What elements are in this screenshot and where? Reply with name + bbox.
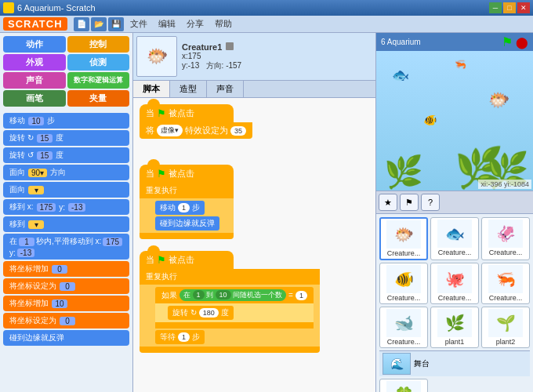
right-panel: 6 Aquarium ⚑ ⬤ 🌿 🌿 🌿 🐟 🐡 🐠 🦐 xi:-396 yi:… [376, 33, 533, 392]
cat-pen[interactable]: 画笔 [3, 90, 66, 107]
sprite-thumb-0: 🐡 [386, 220, 421, 249]
window-title: 6 Aquarium- Scratch [17, 3, 96, 13]
blocks-list: 移动 10 步 旋转 ↻ 15 度 旋转 ↺ 15 度 面向 90▾ 方向 面向… [0, 110, 132, 392]
if-block-wrapper: 如果 在 1 到 10 间随机选一个数 = 1 旋转 ↻ 180 度 等 [140, 285, 320, 347]
cat-sound[interactable]: 声音 [3, 72, 66, 89]
block-set-x[interactable]: 将坐标设定为 0 [3, 278, 129, 294]
maximize-button[interactable]: □ [503, 2, 516, 13]
lock-icon [226, 42, 234, 50]
sprite-item-7[interactable]: 🌿 plant1 [430, 307, 479, 348]
fish-4: 🦐 [455, 59, 466, 70]
cat-variables[interactable]: 夹量 [67, 90, 130, 107]
tab-sounds[interactable]: 声音 [207, 81, 244, 97]
sprite-item-1[interactable]: 🐟 Creature... [430, 217, 479, 260]
forever-block-3[interactable]: 重复执行 [140, 269, 320, 285]
aquarium-background: 🌿 🌿 🌿 🐟 🐡 🐠 🦐 xi:-396 yi:-1084 [376, 51, 533, 191]
go-button[interactable]: ⚑ [502, 34, 513, 49]
sprite-item-6[interactable]: 🐋 Creature... [379, 307, 428, 348]
sprite-item-5[interactable]: 🦐 Creature... [481, 263, 530, 304]
sprite-thumb-7: 🌿 [437, 309, 472, 337]
cat-sensing[interactable]: 侦测 [67, 54, 130, 71]
sprite-item-4[interactable]: 🐙 Creature... [430, 263, 479, 304]
sprite-label-3: Creature... [382, 294, 426, 302]
cat-control[interactable]: 控制 [67, 36, 130, 53]
block-turn-left[interactable]: 旋转 ↺ 15 度 [3, 147, 129, 163]
block-moveto[interactable]: 移到 x: 175 y: -13 [3, 199, 129, 215]
cat-operators[interactable]: 数字和逻辑运算 [67, 72, 130, 89]
tool-star[interactable]: ★ [379, 194, 397, 211]
block-moveto-sprite[interactable]: 移到 ▾ [3, 216, 129, 232]
block-set-y[interactable]: 将坐标设定为 0 [3, 313, 129, 328]
tab-costumes[interactable]: 造型 [170, 81, 207, 97]
sprite-item-0[interactable]: 🐡 Creature... [379, 217, 428, 260]
sprite-label-4: Creature... [433, 294, 477, 302]
sprite-name: Creature1 [182, 42, 222, 52]
sprite-label-7: plant1 [433, 338, 477, 346]
sprite-item-9[interactable]: 🍀 plant3 [379, 379, 428, 392]
new-file-icon[interactable]: 📄 [74, 17, 89, 31]
cat-looks[interactable]: 外观 [3, 54, 66, 71]
wait-block[interactable]: 等待 1 步 [155, 330, 205, 344]
if-inner: 旋转 ↻ 180 度 [155, 303, 314, 322]
forever-block-2[interactable]: 重复执行 [140, 183, 234, 198]
stage-controls: ⚑ ⬤ [502, 34, 528, 49]
block-change-y[interactable]: 将坐标增加 10 [3, 296, 129, 311]
block-glide[interactable]: 在 1 秒内,平滑移动到 x: 175 y: -13 [3, 234, 129, 260]
app-icon [3, 2, 14, 13]
set-effect-block[interactable]: 将 虚像▾ 特效设定为 35 [140, 122, 252, 139]
sprite-item-2[interactable]: 🦑 Creature... [481, 217, 530, 260]
menu-share[interactable]: 分享 [182, 16, 208, 31]
stop-button[interactable]: ⬤ [516, 36, 528, 49]
block-change-x[interactable]: 将坐标增加 0 [3, 261, 129, 277]
move-block-inner[interactable]: 移动 1 步 碰到边缘就反弹 [140, 198, 234, 233]
seaweed-1: 🌿 [384, 154, 423, 191]
block-bounce[interactable]: 碰到边缘就反弹 [3, 330, 129, 346]
turn-block-inner[interactable]: 旋转 ↻ 180 度 [168, 306, 234, 320]
block-face-sprite[interactable]: 面向 ▾ [3, 182, 129, 198]
fish-1: 🐟 [392, 67, 409, 84]
stage-canvas[interactable]: 🌿 🌿 🌿 🐟 🐡 🐠 🦐 xi:-396 yi:-1084 [376, 51, 533, 191]
if-block-top[interactable]: 如果 在 1 到 10 间随机选一个数 = 1 [155, 287, 314, 303]
sprite-thumb-2: 🦑 [488, 220, 523, 248]
sprite-thumb-5: 🦐 [488, 265, 523, 293]
fish-2: 🐡 [488, 90, 509, 111]
sprite-item-3[interactable]: 🐠 Creature... [379, 263, 428, 304]
tool-flag[interactable]: ⚑ [400, 194, 419, 211]
stage-title: 6 Aquarium [381, 38, 421, 46]
sprite-y: y:-13 方向: -157 [182, 60, 241, 71]
minimize-button[interactable]: ─ [489, 2, 502, 13]
menu-help[interactable]: 帮助 [210, 16, 237, 31]
block-face-dir[interactable]: 面向 90▾ 方向 [3, 165, 129, 180]
sprite-item-8[interactable]: 🌱 plant2 [481, 307, 530, 348]
sprite-info: Creature1 x:175 y:-13 方向: -157 [182, 42, 241, 71]
block-turn-right[interactable]: 旋转 ↻ 15 度 [3, 130, 129, 146]
hat-block-2[interactable]: 当 ⚑ 被点击 [140, 165, 234, 183]
tool-question[interactable]: ? [421, 194, 440, 211]
stage-mini-thumb: 🌊 [383, 353, 411, 375]
stage-row[interactable]: 🌊 舞台 [379, 350, 530, 376]
script-canvas[interactable]: 当 ⚑ 被点击 将 虚像▾ 特效设定为 35 当 ⚑ 被点击 重复执行 移动 1… [133, 98, 375, 392]
sprite-thumb-3: 🐠 [386, 265, 421, 293]
blocks-panel: 动作 控制 外观 侦测 声音 数字和逻辑运算 画笔 夹量 移动 10 步 旋转 … [0, 33, 133, 392]
window-controls: ─ □ ✕ [489, 2, 530, 13]
open-file-icon[interactable]: 📂 [91, 17, 107, 31]
hat-block-3[interactable]: 当 ⚑ 被点击 [140, 251, 234, 269]
close-button[interactable]: ✕ [517, 2, 530, 13]
forever-bottom-3 [140, 347, 320, 353]
stage-row-label: 舞台 [414, 358, 430, 369]
stage-label: 6 Aquarium ⚑ ⬤ [376, 33, 533, 51]
menu-edit[interactable]: 编辑 [154, 16, 180, 31]
hat-block-1[interactable]: 当 ⚑ 被点击 [140, 104, 234, 122]
sprite-thumbnail: 🐡 [136, 36, 177, 77]
sprites-grid: 🐡 Creature... 🐟 Creature... 🦑 Creature..… [379, 217, 530, 348]
tabs-row: 脚本 造型 声音 [133, 81, 375, 98]
scripts-panel: 🐡 Creature1 x:175 y:-13 方向: -157 脚本 造型 声… [133, 33, 376, 392]
tab-scripts[interactable]: 脚本 [133, 81, 170, 97]
block-move[interactable]: 移动 10 步 [3, 113, 129, 129]
save-file-icon[interactable]: 💾 [108, 17, 124, 31]
sprite-label-6: Creature... [382, 338, 426, 346]
menu-file[interactable]: 文件 [125, 16, 152, 31]
sprite-header: 🐡 Creature1 x:175 y:-13 方向: -157 [133, 33, 375, 81]
cat-motion[interactable]: 动作 [3, 36, 66, 53]
sprites-list: 🐡 Creature... 🐟 Creature... 🦑 Creature..… [376, 214, 533, 392]
